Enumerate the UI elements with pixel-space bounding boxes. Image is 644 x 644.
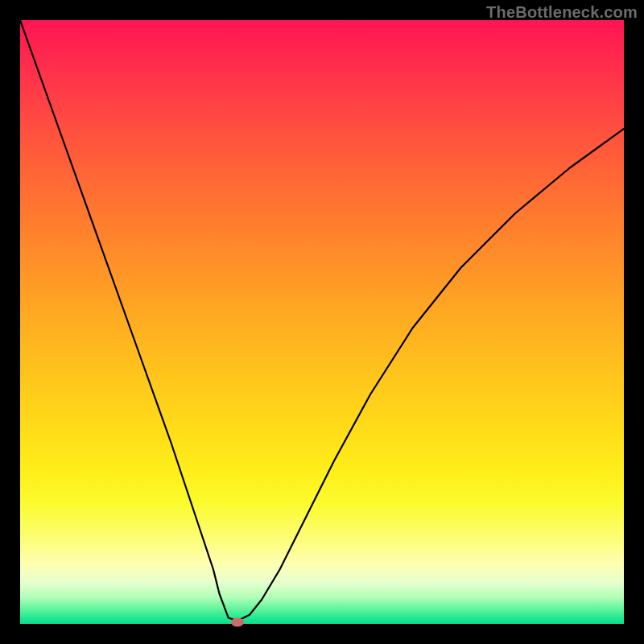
- chart-frame: TheBottleneck.com: [0, 0, 644, 644]
- curve-svg: [20, 20, 624, 624]
- optimum-marker: [231, 617, 244, 626]
- bottleneck-curve: [20, 20, 624, 621]
- watermark-text: TheBottleneck.com: [486, 3, 638, 22]
- plot-area: [20, 20, 624, 624]
